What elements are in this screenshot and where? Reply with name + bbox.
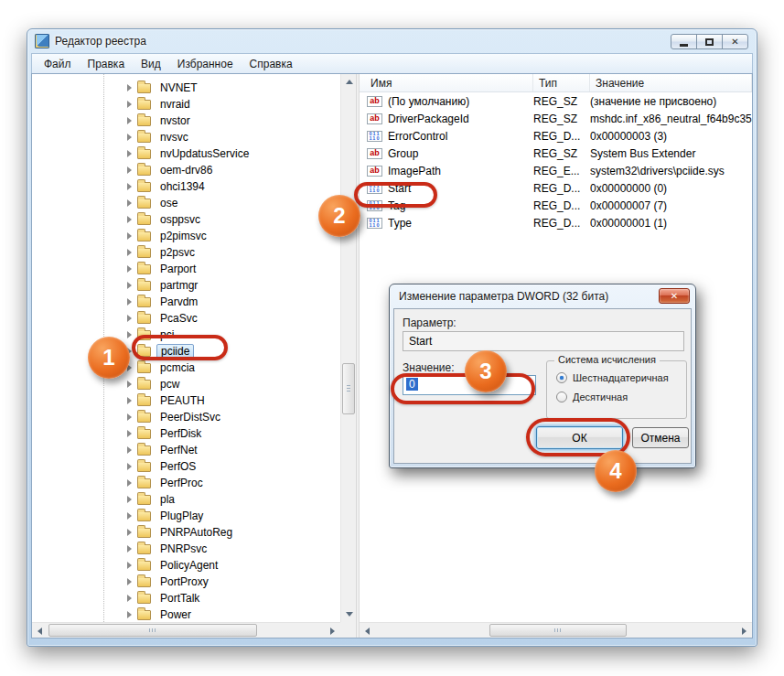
expand-arrow-icon[interactable]	[127, 479, 132, 487]
expand-arrow-icon[interactable]	[127, 166, 132, 174]
menu-item-view[interactable]: Вид	[133, 55, 169, 73]
value-row-Type[interactable]: 011110TypeREG_D...0x00000001 (1)	[360, 214, 752, 231]
expand-arrow-icon[interactable]	[127, 150, 132, 157]
tree-item-Parvdm[interactable]: Parvdm	[32, 294, 340, 310]
dialog-titlebar[interactable]: Изменение параметра DWORD (32 бита)	[390, 284, 695, 308]
tree-item-PerfDisk[interactable]: PerfDisk	[32, 425, 340, 442]
menu-item-help[interactable]: Справка	[242, 55, 301, 73]
tree-item-p2psvc[interactable]: p2psvc	[32, 244, 340, 261]
tree-item-Parport[interactable]: Parport	[32, 261, 340, 277]
expand-arrow-icon[interactable]	[127, 199, 132, 207]
column-header-name[interactable]: Имя	[360, 74, 533, 91]
scroll-up-button[interactable]	[341, 74, 356, 90]
scroll-thumb[interactable]	[489, 624, 627, 637]
maximize-button[interactable]	[696, 34, 723, 49]
tree-item-PEAUTH[interactable]: PEAUTH	[32, 392, 340, 409]
expand-arrow-icon[interactable]	[127, 134, 132, 141]
expand-arrow-icon[interactable]	[127, 265, 132, 273]
tree-item-p2pimsvc[interactable]: p2pimsvc	[32, 228, 340, 244]
expand-arrow-icon[interactable]	[127, 249, 132, 256]
tree-item-PerfProc[interactable]: PerfProc	[32, 475, 340, 491]
tree-horizontal-scrollbar[interactable]	[32, 622, 340, 638]
radio-hexadecimal[interactable]: Шестнадцатеричная	[556, 372, 669, 383]
tree-vertical-scrollbar[interactable]	[340, 74, 356, 622]
tree-item-PlugPlay[interactable]: PlugPlay	[32, 508, 340, 524]
expand-arrow-icon[interactable]	[127, 315, 132, 322]
tree-item-PortTalk[interactable]: PortTalk	[32, 590, 340, 606]
value-type: REG_D...	[533, 217, 590, 230]
scroll-down-button[interactable]	[341, 606, 356, 622]
close-button[interactable]: ✕	[722, 34, 748, 49]
titlebar[interactable]: Редактор реестра ✕	[27, 29, 757, 53]
value-row-ErrorControl[interactable]: 011110ErrorControlREG_D...0x00000003 (3)	[360, 127, 752, 145]
menu-item-favorites[interactable]: Избранное	[169, 55, 242, 73]
tree-item-ose[interactable]: ose	[32, 195, 340, 211]
column-header-value[interactable]: Значение	[590, 74, 752, 91]
menu-item-file[interactable]: Файл	[36, 55, 80, 73]
tree-item-PortProxy[interactable]: PortProxy	[32, 574, 340, 590]
tree-item-PolicyAgent[interactable]: PolicyAgent	[32, 557, 340, 574]
tree-item-pcmcia[interactable]: pcmcia	[32, 359, 340, 376]
expand-arrow-icon[interactable]	[127, 463, 132, 470]
tree-item-PNRPsvc[interactable]: PNRPsvc	[32, 541, 340, 557]
expand-arrow-icon[interactable]	[127, 381, 132, 388]
value-row-Group[interactable]: abGroupREG_SZSystem Bus Extender	[360, 145, 752, 162]
value-row-ImagePath[interactable]: abImagePathREG_E...system32\drivers\pcii…	[360, 162, 752, 179]
tree-item-partmgr[interactable]: partmgr	[32, 277, 340, 294]
scroll-right-button[interactable]	[325, 623, 340, 638]
column-header-type[interactable]: Тип	[533, 74, 590, 91]
tree-item-Power[interactable]: Power	[32, 606, 340, 622]
tree-item-pcw[interactable]: pcw	[32, 376, 340, 392]
tree-item-PeerDistSvc[interactable]: PeerDistSvc	[32, 409, 340, 425]
expand-arrow-icon[interactable]	[127, 282, 132, 289]
scroll-thumb[interactable]	[48, 624, 257, 637]
menu-item-edit[interactable]: Правка	[80, 55, 134, 73]
dialog-close-button[interactable]: ✕	[659, 288, 690, 304]
list-horizontal-scrollbar[interactable]	[360, 622, 752, 638]
tree-item-PcaSvc[interactable]: PcaSvc	[32, 310, 340, 327]
expand-arrow-icon[interactable]	[127, 430, 132, 437]
expand-arrow-icon[interactable]	[127, 183, 132, 190]
tree-item-nvUpdatusService[interactable]: nvUpdatusService	[32, 145, 340, 162]
expand-arrow-icon[interactable]	[127, 611, 132, 618]
scroll-left-button[interactable]	[360, 623, 375, 638]
tree-item-pla[interactable]: pla	[32, 491, 340, 508]
expand-arrow-icon[interactable]	[127, 117, 132, 124]
minimize-button[interactable]	[671, 34, 697, 49]
radio-decimal[interactable]: Десятичная	[556, 392, 628, 402]
tree-item-osppsvc[interactable]: osppsvc	[32, 211, 340, 228]
expand-arrow-icon[interactable]	[127, 232, 132, 240]
expand-arrow-icon[interactable]	[127, 496, 132, 503]
tree-item-nvstor[interactable]: nvstor	[32, 113, 340, 129]
expand-arrow-icon[interactable]	[127, 216, 132, 223]
expand-arrow-icon[interactable]	[127, 331, 132, 338]
expand-arrow-icon[interactable]	[127, 562, 132, 569]
scroll-right-button[interactable]	[736, 623, 752, 638]
expand-arrow-icon[interactable]	[127, 512, 132, 520]
tree-item-PerfOS[interactable]: PerfOS	[32, 458, 340, 475]
tree-item-ohci1394[interactable]: ohci1394	[32, 178, 340, 195]
expand-arrow-icon[interactable]	[127, 397, 132, 404]
expand-arrow-icon[interactable]	[127, 595, 132, 602]
expand-arrow-icon[interactable]	[127, 529, 132, 536]
value-row-Поумолчанию[interactable]: ab(По умолчанию)REG_SZ(значение не присв…	[360, 92, 752, 110]
value-row-DriverPackageId[interactable]: abDriverPackageIdREG_SZmshdc.inf_x86_neu…	[360, 110, 752, 127]
expand-arrow-icon[interactable]	[127, 578, 132, 585]
tree-item-oem-drv86[interactable]: oem-drv86	[32, 162, 340, 178]
expand-arrow-icon[interactable]	[127, 84, 132, 91]
expand-arrow-icon[interactable]	[127, 101, 132, 108]
scroll-left-button[interactable]	[32, 623, 48, 638]
tree-item-NVNET[interactable]: NVNET	[32, 80, 340, 96]
param-name-field[interactable]: Start	[403, 331, 684, 351]
expand-arrow-icon[interactable]	[127, 545, 132, 553]
tree-item-PNRPAutoReg[interactable]: PNRPAutoReg	[32, 524, 340, 541]
tree-item-nvraid[interactable]: nvraid	[32, 96, 340, 113]
cancel-button[interactable]: Отмена	[632, 427, 689, 448]
tree-item-PerfNet[interactable]: PerfNet	[32, 442, 340, 458]
expand-arrow-icon[interactable]	[127, 413, 132, 421]
expand-arrow-icon[interactable]	[127, 446, 132, 454]
expand-arrow-icon[interactable]	[127, 298, 132, 306]
tree-item-label: pcmcia	[156, 360, 199, 375]
tree-item-nvsvc[interactable]: nvsvc	[32, 129, 340, 145]
scroll-thumb[interactable]	[342, 363, 355, 414]
